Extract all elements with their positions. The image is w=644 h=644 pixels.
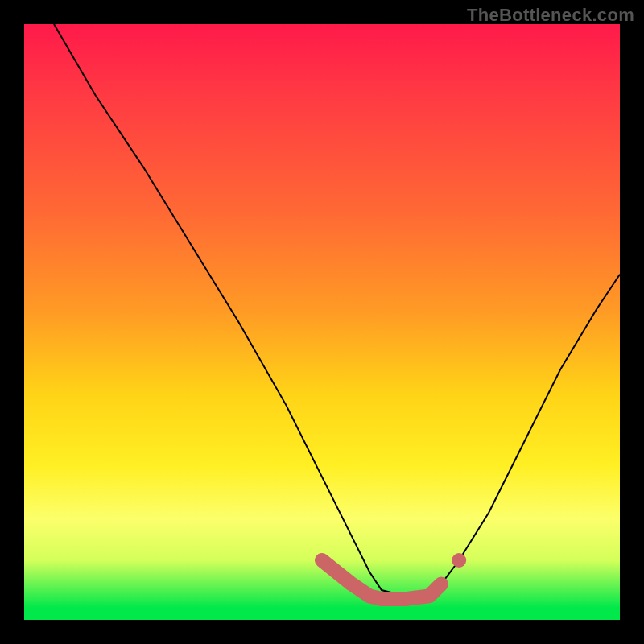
chart-canvas: TheBottleneck.com xyxy=(0,0,644,644)
plot-area xyxy=(24,24,620,620)
highlight-dot xyxy=(452,553,466,568)
bottleneck-curve xyxy=(54,24,620,596)
highlight-segment xyxy=(322,560,441,599)
curve-layer xyxy=(24,24,620,620)
watermark-text: TheBottleneck.com xyxy=(467,5,634,26)
